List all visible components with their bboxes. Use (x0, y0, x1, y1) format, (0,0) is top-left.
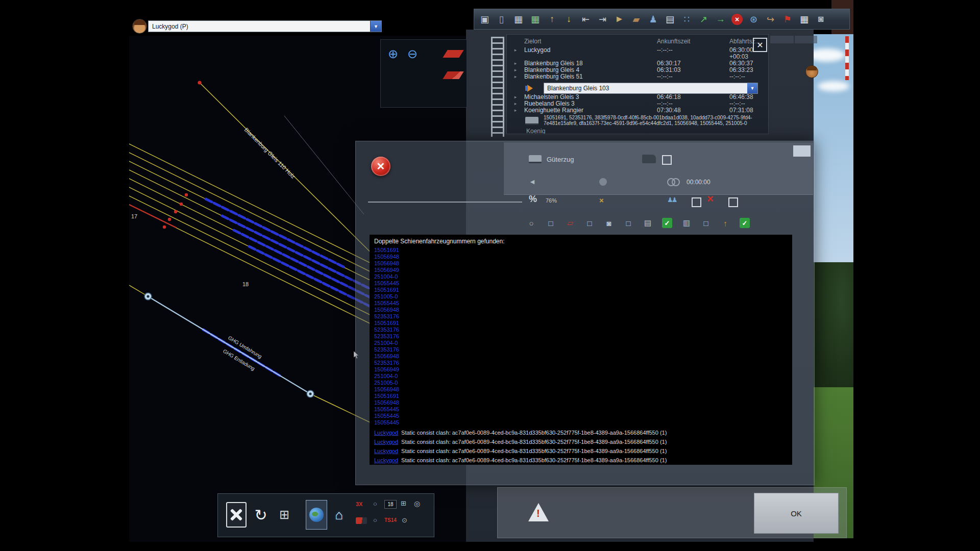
dock-left-icon[interactable]: ⇤ (578, 12, 593, 27)
exit-icon[interactable]: ↪ (763, 12, 778, 27)
keyboard-icon[interactable]: ▦ (797, 12, 812, 27)
duplicate-vehicle-number-link[interactable]: 15055445 (374, 419, 399, 426)
duplicate-vehicle-number-link[interactable]: 52353176 (374, 327, 399, 333)
checkbox-checked-2-icon[interactable]: ✓ (740, 218, 750, 228)
square-tool-4-icon[interactable]: □ (701, 218, 711, 228)
move-up-icon[interactable]: ↑ (545, 12, 559, 27)
coupling-icon[interactable] (667, 178, 680, 188)
duplicate-vehicle-number-link[interactable]: 251004-0 (374, 340, 398, 346)
duplicate-vehicle-number-link[interactable]: 52353176 (374, 346, 399, 353)
timetable-row[interactable]: ▸Blankenburg Gleis 51--:--:----:--:-- (507, 73, 768, 80)
circle-tool-icon[interactable]: ○ (526, 218, 536, 228)
flag-icon[interactable]: ⚑ (780, 12, 795, 27)
cross-tool-icon[interactable]: × (599, 196, 604, 205)
duplicate-vehicle-number-link[interactable]: 15056949 (374, 366, 399, 373)
zoom-out-icon[interactable]: ⊖ (407, 48, 418, 60)
operator-dropdown[interactable]: Luckygod (P) ▼ (148, 20, 382, 32)
3x-toggle-label[interactable]: 3X (356, 501, 362, 507)
route-edit-icon[interactable] (443, 71, 463, 79)
clash-origin-link[interactable]: Luckygod (374, 457, 398, 463)
home-view-icon[interactable]: ⌂ (329, 502, 349, 528)
stats-icon[interactable]: ▥ (681, 218, 692, 228)
speaker-icon[interactable]: ◄ (529, 178, 536, 186)
duplicate-vehicle-number-link[interactable]: 15056948 (374, 260, 399, 267)
cancel-icon[interactable]: × (731, 14, 743, 25)
option-checkbox-2[interactable] (728, 197, 738, 207)
duplicate-vehicle-number-link[interactable]: 15051691 (374, 393, 399, 399)
checkbox-checked-1-icon[interactable]: ✓ (662, 218, 672, 228)
timetable-row[interactable]: ▸Luckygod--:--:--06:30:00+00:03 (507, 47, 768, 60)
train-checkbox[interactable] (662, 155, 672, 165)
target-icon[interactable]: ◎ (414, 499, 420, 508)
remove-icon[interactable]: × (707, 192, 714, 206)
duplicate-vehicle-number-link[interactable]: 251005-0 (374, 293, 398, 300)
duplicate-vehicle-number-link[interactable]: 15055445 (374, 413, 399, 419)
duplicate-vehicle-number-link[interactable]: 15056948 (374, 254, 399, 260)
brush-icon[interactable]: ▰ (629, 12, 644, 27)
train-icon[interactable]: ◙ (814, 12, 828, 27)
modules-icon[interactable]: ∷ (679, 12, 694, 27)
grid-small-icon[interactable]: ▦ (511, 12, 526, 27)
passengers-icon[interactable]: ♟ (646, 12, 660, 27)
duplicate-vehicle-number-link[interactable]: 15056948 (374, 353, 399, 360)
duplicate-vehicle-number-link[interactable]: 15051691 (374, 287, 399, 293)
grid-large-icon[interactable]: ▦ (528, 12, 543, 27)
chevron-down-icon[interactable]: ▼ (370, 21, 381, 32)
close-dialog-icon[interactable]: ✕ (371, 157, 390, 176)
radio-icon[interactable]: ○ (373, 516, 377, 524)
duplicate-vehicle-number-link[interactable]: 52353176 (374, 333, 399, 340)
rotate-tool-icon[interactable]: ↻ (251, 502, 271, 528)
close-icon[interactable]: ✕ (753, 38, 767, 52)
radio-dot-icon[interactable]: ⊙ (402, 516, 407, 524)
junction-tool-icon[interactable]: ⊞ (274, 502, 295, 528)
square-tool-2-icon[interactable]: □ (584, 218, 595, 228)
duplicate-vehicle-number-link[interactable]: 52353176 (374, 360, 399, 366)
add-route-icon[interactable]: ↗ (696, 12, 711, 27)
duplicate-vehicle-number-link[interactable]: 15056948 (374, 399, 399, 406)
ok-button[interactable]: OK (754, 493, 839, 534)
globe-view-button[interactable] (306, 500, 327, 530)
start-icon[interactable]: → (713, 12, 728, 27)
duplicate-vehicle-number-link[interactable]: 15056948 (374, 307, 399, 313)
ts14-toggle-label[interactable]: TS14 (384, 517, 397, 523)
option-checkbox-1[interactable] (692, 197, 701, 207)
duplicate-vehicle-number-link[interactable]: 251005-0 (374, 380, 398, 386)
duplicate-vehicle-number-link[interactable]: 251004-0 (374, 273, 398, 280)
report-icon[interactable]: ▤ (663, 12, 677, 27)
chevron-down-icon[interactable]: ▼ (747, 83, 757, 93)
destination-dropdown[interactable]: Blankenburg Gleis 103 ▼ (544, 83, 758, 94)
delete-icon[interactable]: ▯ (494, 12, 509, 27)
duplicate-vehicle-number-link[interactable]: 15051691 (374, 320, 399, 327)
duplicate-vehicle-number-link[interactable]: 15055445 (374, 300, 399, 307)
duplicate-vehicle-number-link[interactable]: 52353176 (374, 313, 399, 320)
clash-origin-link[interactable]: Luckygod (374, 439, 398, 445)
camera-icon[interactable]: ◙ (604, 218, 614, 228)
move-down-icon[interactable]: ↓ (561, 12, 576, 27)
depot-icon[interactable]: ▤ (643, 218, 653, 228)
route-shape-icon[interactable]: ▱ (565, 218, 575, 228)
passengers-icon[interactable]: ♟♟ (667, 196, 676, 204)
pan-tool-icon[interactable] (226, 502, 247, 528)
clash-origin-link[interactable]: Luckygod (374, 448, 398, 454)
zoom-in-icon[interactable]: ⊕ (388, 48, 398, 60)
square-tool-1-icon[interactable]: □ (546, 218, 556, 228)
radio-icon[interactable]: ○ (373, 500, 377, 508)
send-icon[interactable]: ► (612, 12, 627, 27)
route-draw-icon[interactable] (443, 50, 463, 58)
square-tool-3-icon[interactable]: □ (623, 218, 633, 228)
duplicate-vehicle-number-link[interactable]: 15055445 (374, 406, 399, 413)
duplicate-vehicle-number-link[interactable]: 15056949 (374, 267, 399, 273)
settings-icon[interactable]: ⊛ (746, 12, 761, 27)
save-icon[interactable]: ▣ (477, 12, 492, 27)
duplicate-vehicle-number-link[interactable]: 251004-0 (374, 373, 398, 380)
duplicate-vehicle-number-link[interactable]: 15056948 (374, 386, 399, 393)
grid-toggle-icon[interactable]: ⊞ (401, 499, 406, 507)
timetable-row[interactable]: ▸Koenighuette Rangier07:30:4807:31:08 (507, 107, 768, 114)
panel-button[interactable] (793, 145, 811, 157)
switch-state-icon[interactable] (356, 517, 367, 524)
duplicate-vehicle-number-link[interactable]: 15051691 (374, 247, 399, 254)
dock-right-icon[interactable]: ⇥ (595, 12, 610, 27)
clash-origin-link[interactable]: Luckygod (374, 430, 398, 436)
duplicate-vehicle-number-link[interactable]: 15055445 (374, 280, 399, 287)
upload-icon[interactable]: ↑ (720, 218, 730, 228)
